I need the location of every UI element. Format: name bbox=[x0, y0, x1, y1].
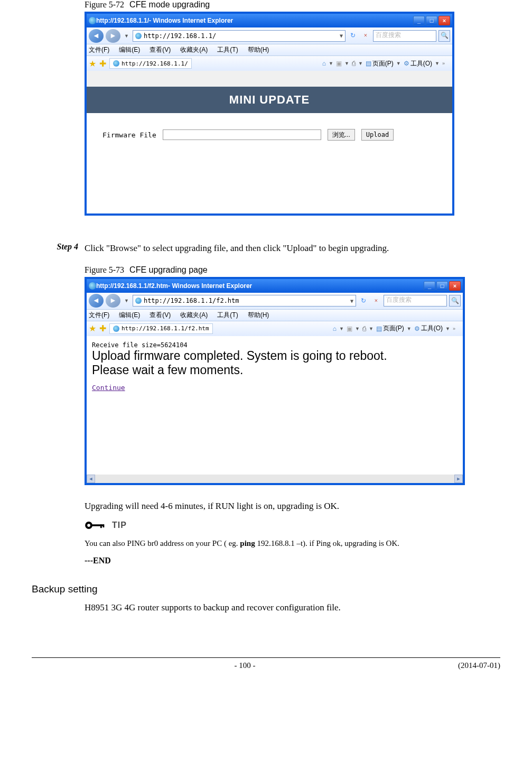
figure-number: Figure 5-72 bbox=[85, 0, 124, 9]
menu-view[interactable]: 查看(V) bbox=[150, 45, 171, 54]
home-icon[interactable]: ⌂ bbox=[322, 60, 326, 67]
ie-favbar: ★ ✚ http://192.168.1.1/ ⌂▼ ▣▼ ⎙▼ ▤ 页面(P)… bbox=[87, 56, 452, 71]
scroll-right-button[interactable]: ► bbox=[454, 475, 463, 483]
stop-button[interactable]: × bbox=[371, 295, 381, 306]
nav-dropdown-icon[interactable]: ▼ bbox=[123, 33, 130, 39]
key-icon bbox=[85, 519, 109, 532]
address-bar[interactable]: http://192.168.1.1/ ▼ bbox=[133, 30, 346, 42]
continue-link[interactable]: Continue bbox=[87, 377, 463, 398]
address-dropdown-icon[interactable]: ▼ bbox=[350, 298, 353, 304]
ie-navbar-2: ◄ ► ▼ http://192.168.1.1/f2.htm ▼ ↻ × 百度… bbox=[87, 293, 463, 310]
browse-button[interactable]: 浏览... bbox=[328, 129, 355, 141]
figure-title-2: CFE upgrading page bbox=[129, 265, 208, 274]
print-dropdown-icon[interactable]: ▼ bbox=[357, 61, 365, 66]
forward-button[interactable]: ► bbox=[106, 29, 120, 43]
footer-date: (2014-07-01) bbox=[458, 661, 500, 670]
feed-icon[interactable]: ▣ bbox=[347, 325, 352, 332]
tab-title: http://192.168.1.1/ bbox=[122, 60, 188, 67]
address-bar[interactable]: http://192.168.1.1/f2.htm ▼ bbox=[133, 295, 356, 307]
close-button[interactable]: × bbox=[438, 16, 450, 25]
menu-file[interactable]: 文件(F) bbox=[89, 311, 109, 320]
back-button[interactable]: ◄ bbox=[89, 29, 104, 43]
nav-dropdown-icon[interactable]: ▼ bbox=[123, 298, 130, 303]
minimize-button[interactable]: _ bbox=[413, 16, 425, 25]
browser-tab[interactable]: http://192.168.1.1/ bbox=[109, 58, 192, 69]
print-icon[interactable]: ⎙ bbox=[362, 325, 366, 332]
page-menu-dropdown-icon[interactable]: ▼ bbox=[395, 61, 403, 66]
tip-text: You can also PING br0 address on your PC… bbox=[85, 536, 500, 551]
ie-window-1: http://192.168.1.1/ - Windows Internet E… bbox=[85, 12, 454, 216]
page-menu-icon[interactable]: ▤ bbox=[366, 60, 371, 67]
upload-button[interactable]: Upload bbox=[361, 129, 394, 141]
favorites-star-icon[interactable]: ★ bbox=[89, 59, 96, 69]
ie-titlebar: http://192.168.1.1/ - Windows Internet E… bbox=[87, 14, 452, 27]
maximize-button[interactable]: □ bbox=[436, 281, 448, 291]
tools-menu-dropdown-icon[interactable]: ▼ bbox=[433, 61, 441, 66]
menu-favorites[interactable]: 收藏夹(A) bbox=[180, 311, 208, 320]
search-box[interactable]: 百度搜索 bbox=[384, 295, 447, 307]
menu-file[interactable]: 文件(F) bbox=[89, 45, 109, 54]
menu-edit[interactable]: 编辑(E) bbox=[119, 45, 140, 54]
maximize-button[interactable]: □ bbox=[426, 16, 437, 25]
upload-complete-line2: Please wait a few moments. bbox=[87, 363, 463, 377]
print-icon[interactable]: ⎙ bbox=[352, 60, 356, 67]
ie-menubar-2: 文件(F) 编辑(E) 查看(V) 收藏夹(A) 工具(T) 帮助(H) bbox=[87, 310, 463, 321]
address-text: http://192.168.1.1/ bbox=[144, 32, 216, 40]
minimize-button[interactable]: _ bbox=[424, 281, 435, 291]
home-icon[interactable]: ⌂ bbox=[333, 325, 337, 332]
forward-button[interactable]: ► bbox=[106, 294, 120, 308]
tip-header: TIP bbox=[85, 519, 500, 532]
horizontal-scrollbar[interactable]: ◄ ► bbox=[87, 475, 463, 483]
menu-tools[interactable]: 工具(T) bbox=[217, 45, 238, 54]
scroll-track[interactable] bbox=[95, 475, 454, 483]
section-body-backup: H8951 3G 4G router supports to backup an… bbox=[85, 602, 500, 613]
scroll-left-button[interactable]: ◄ bbox=[87, 475, 95, 483]
back-button[interactable]: ◄ bbox=[89, 294, 104, 308]
tools-menu-label[interactable]: 工具(O) bbox=[421, 324, 443, 333]
add-favorite-icon[interactable]: ✚ bbox=[99, 323, 106, 333]
search-button[interactable]: 🔍 bbox=[449, 295, 461, 307]
tools-icon[interactable]: ⚙ bbox=[404, 60, 409, 67]
favorites-star-icon[interactable]: ★ bbox=[89, 323, 96, 333]
upload-row: Firmware File 浏览... Upload bbox=[87, 113, 452, 141]
overflow-icon[interactable]: » bbox=[453, 326, 455, 331]
feed-icon[interactable]: ▣ bbox=[336, 60, 342, 67]
page-footer: - 100 - (2014-07-01) bbox=[32, 657, 500, 670]
menu-tools[interactable]: 工具(T) bbox=[217, 311, 238, 320]
step-label: Step 4 bbox=[32, 242, 85, 255]
search-button[interactable]: 🔍 bbox=[438, 30, 450, 42]
firmware-file-input[interactable] bbox=[163, 129, 321, 140]
page-menu-label[interactable]: 页面(P) bbox=[383, 324, 404, 333]
menu-view[interactable]: 查看(V) bbox=[150, 311, 171, 320]
feed-dropdown-icon[interactable]: ▼ bbox=[343, 61, 351, 66]
page-menu-icon[interactable]: ▤ bbox=[376, 325, 382, 332]
svg-rect-2 bbox=[92, 524, 104, 526]
home-dropdown-icon[interactable]: ▼ bbox=[327, 61, 335, 66]
tab-title: http://192.168.1.1/f2.htm bbox=[122, 325, 209, 332]
menu-help[interactable]: 帮助(H) bbox=[248, 45, 269, 54]
window-title-url: http://192.168.1.1/f2.htm bbox=[96, 282, 168, 290]
refresh-button[interactable]: ↻ bbox=[358, 295, 369, 306]
page-menu-label[interactable]: 页面(P) bbox=[372, 59, 394, 68]
add-favorite-icon[interactable]: ✚ bbox=[99, 59, 106, 69]
tab-favicon-icon bbox=[113, 326, 119, 332]
ie-navbar: ◄ ► ▼ http://192.168.1.1/ ▼ ↻ × 百度搜索 🔍 bbox=[87, 27, 452, 44]
browser-tab[interactable]: http://192.168.1.1/f2.htm bbox=[109, 323, 213, 334]
search-box[interactable]: 百度搜索 bbox=[373, 30, 436, 42]
menu-help[interactable]: 帮助(H) bbox=[248, 311, 269, 320]
mini-update-banner: MINI UPDATE bbox=[87, 87, 452, 113]
stop-button[interactable]: × bbox=[360, 31, 371, 41]
refresh-button[interactable]: ↻ bbox=[348, 31, 358, 41]
firmware-label: Firmware File bbox=[102, 131, 156, 139]
overflow-icon[interactable]: » bbox=[442, 61, 445, 66]
upgrading-note: Upgrading will need 4-6 minutes, if RUN … bbox=[85, 501, 500, 512]
tools-icon[interactable]: ⚙ bbox=[414, 325, 420, 332]
figure-caption-1: Figure 5-72 CFE mode upgrading bbox=[85, 0, 500, 10]
menu-favorites[interactable]: 收藏夹(A) bbox=[180, 45, 208, 54]
address-dropdown-icon[interactable]: ▼ bbox=[340, 33, 343, 39]
close-button[interactable]: × bbox=[449, 281, 461, 291]
tools-menu-label[interactable]: 工具(O) bbox=[410, 59, 432, 68]
menu-edit[interactable]: 编辑(E) bbox=[119, 311, 140, 320]
step-text: Click "Browse" to select upgrading file,… bbox=[85, 242, 500, 255]
svg-point-1 bbox=[87, 524, 90, 527]
